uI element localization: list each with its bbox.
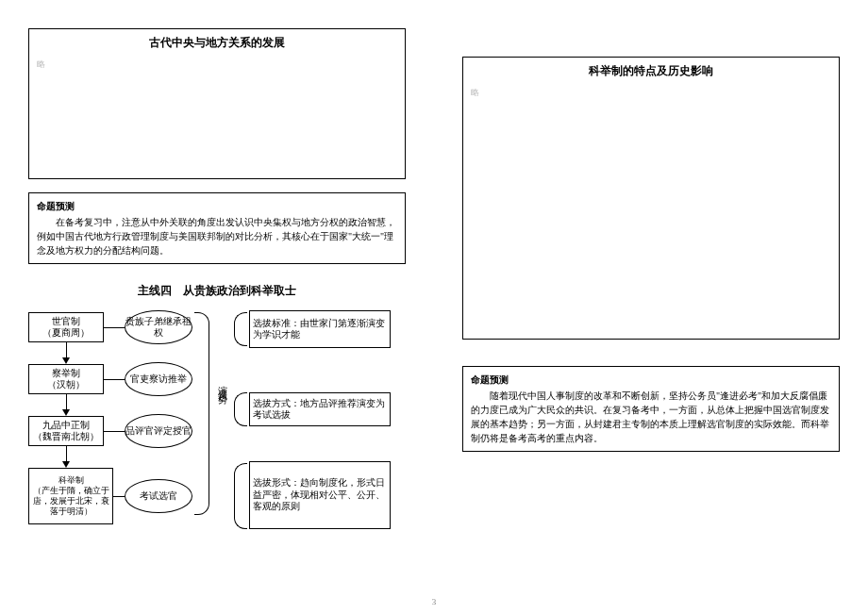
method-4: 考试选官 <box>125 490 192 502</box>
left-prediction-body: 在备考复习中，注意从中外关联的角度出发认识中央集权与地方分权的政治智慧，例如中国… <box>37 215 397 257</box>
method-oval-3: 品评官评定授官 <box>125 414 192 448</box>
right-prediction-title: 命题预测 <box>471 373 831 387</box>
diagram: 世官制 （夏商周） 察举制 （汉朝） 九品中正制 （魏晋南北朝） 科举制 （产生… <box>28 312 415 548</box>
stage-box-1: 世官制 （夏商周） <box>28 312 104 342</box>
left-topic-title: 古代中央与地方关系的发展 <box>29 29 405 55</box>
right-prediction-box: 命题预测 随着现代中国人事制度的改革和不断创新，坚持公务员"逢进必考"和加大反腐… <box>462 366 840 452</box>
method-1: 贵族子弟继承祖权 <box>125 316 192 339</box>
brace-icon <box>194 312 209 515</box>
trend-3: 选拔形式：趋向制度化，形式日益严密，体现相对公平、公开、客观的原则 <box>253 477 387 513</box>
right-topic-title: 科举制的特点及历史影响 <box>463 58 839 83</box>
thread-title: 主线四 从贵族政治到科举取士 <box>28 283 406 299</box>
right-topic-box: 科举制的特点及历史影响 略 <box>462 57 840 340</box>
right-topic-body: 略 <box>463 83 839 107</box>
axis-label: 演变趋势 <box>215 378 228 390</box>
page-number: 3 <box>432 597 437 606</box>
trend-box-3: 选拔形式：趋向制度化，形式日益严密，体现相对公平、公开、客观的原则 <box>249 461 391 529</box>
stage-4-name: 科举制 <box>32 475 109 486</box>
stage-2-era: （汉朝） <box>32 379 100 391</box>
stage-1-era: （夏商周） <box>32 327 100 340</box>
method-oval-2: 官吏察访推举 <box>125 362 192 396</box>
trend-box-1: 选拔标准：由世家门第逐渐演变为学识才能 <box>249 310 391 348</box>
trend-2: 选拔方式：地方品评推荐演变为考试选拔 <box>253 398 387 422</box>
left-topic-body: 略 <box>29 55 405 78</box>
stage-1-name: 世官制 <box>32 316 100 328</box>
stage-box-4: 科举制 （产生于隋，确立于唐，发展于北宋，衰落于明清） <box>28 468 113 524</box>
trend-1: 选拔标准：由世家门第逐渐演变为学识才能 <box>253 318 387 341</box>
method-2: 官吏察访推举 <box>125 373 192 385</box>
stage-box-2: 察举制 （汉朝） <box>28 364 104 394</box>
trend-box-2: 选拔方式：地方品评推荐演变为考试选拔 <box>249 392 391 426</box>
stage-3-name: 九品中正制 <box>32 420 100 432</box>
left-topic-box: 古代中央与地方关系的发展 略 <box>28 28 406 179</box>
stage-4-era: （产生于隋，确立于唐，发展于北宋，衰落于明清） <box>32 486 109 518</box>
right-prediction-body: 随着现代中国人事制度的改革和不断创新，坚持公务员"逢进必考"和加大反腐倡廉的力度… <box>471 389 831 445</box>
left-prediction-box: 命题预测 在备考复习中，注意从中外关联的角度出发认识中央集权与地方分权的政治智慧… <box>28 192 406 264</box>
stage-box-3: 九品中正制 （魏晋南北朝） <box>28 416 104 446</box>
method-oval-1: 贵族子弟继承祖权 <box>125 310 192 344</box>
left-prediction-title: 命题预测 <box>37 199 397 213</box>
method-3: 品评官评定授官 <box>125 425 192 437</box>
method-oval-4: 考试选官 <box>125 479 192 513</box>
stage-2-name: 察举制 <box>32 368 100 380</box>
stage-3-era: （魏晋南北朝） <box>32 431 100 443</box>
